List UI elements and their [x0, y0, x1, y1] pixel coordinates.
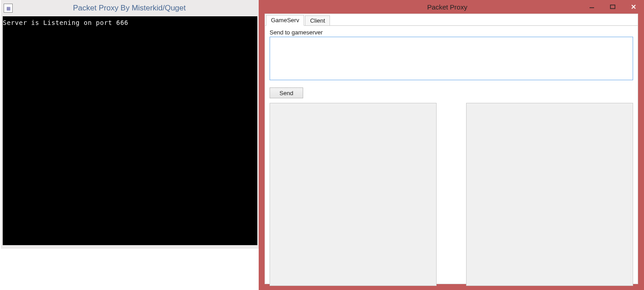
send-input[interactable]: [270, 37, 633, 80]
output-panel-left[interactable]: [270, 103, 437, 286]
console-app-icon[interactable]: ▦: [4, 4, 13, 13]
send-button[interactable]: Send: [270, 87, 303, 98]
close-icon: [630, 3, 637, 10]
svg-rect-1: [610, 5, 615, 9]
maximize-button[interactable]: [602, 2, 623, 12]
proxy-title: Packet Proxy: [259, 3, 581, 11]
console-titlebar[interactable]: ▦ Packet Proxy By Misterkid/Quget: [1, 0, 259, 16]
send-label: Send to gameserver: [270, 29, 633, 36]
tab-client[interactable]: Client: [305, 15, 330, 25]
tabstrip: GameServ Client: [265, 15, 638, 26]
console-window: ▦ Packet Proxy By Misterkid/Quget Server…: [1, 0, 259, 249]
close-button[interactable]: [623, 2, 644, 12]
minimize-icon: [588, 3, 595, 10]
tab-content: Send to gameserver Send: [265, 26, 638, 290]
tab-gameserv[interactable]: GameServ: [266, 15, 304, 26]
proxy-titlebar[interactable]: Packet Proxy: [259, 0, 644, 14]
minimize-button[interactable]: [581, 2, 602, 12]
proxy-client-area: GameServ Client Send to gameserver Send: [265, 14, 638, 284]
output-panels: [270, 103, 633, 286]
maximize-icon: [609, 3, 616, 10]
proxy-window: Packet Proxy GameServ Client Send to gam…: [259, 0, 644, 290]
console-title: Packet Proxy By Misterkid/Quget: [16, 4, 256, 13]
output-panel-right[interactable]: [466, 103, 633, 286]
console-output[interactable]: Server is Listening on port 666: [3, 16, 257, 245]
window-controls: [581, 2, 644, 12]
